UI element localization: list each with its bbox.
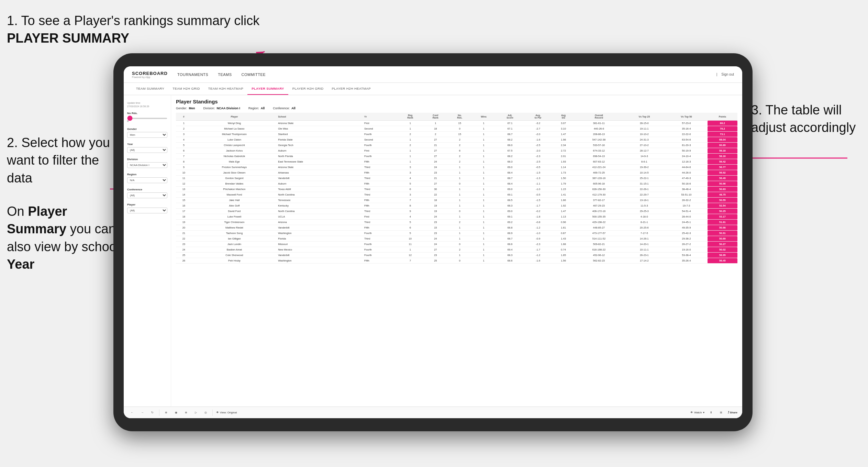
download-btn[interactable]: ⬇	[708, 410, 714, 415]
table-cell: 605-96-18	[575, 181, 623, 187]
nav-item-committee[interactable]: COMMITTEE	[242, 71, 266, 78]
table-row[interactable]: 17David FordNorth CarolinaThird9190169.0…	[176, 209, 737, 214]
subnav-player-h2h-heatmap[interactable]: PLAYER H2H HEATMAP	[328, 83, 375, 95]
nav-item-teams[interactable]: TEAMS	[218, 71, 232, 78]
nav-item-tournaments[interactable]: TOURNAMENTS	[177, 71, 208, 78]
subnav-team-summary[interactable]: TEAM SUMMARY	[132, 83, 168, 95]
undo-btn[interactable]: ←	[129, 410, 135, 415]
year-select[interactable]: (All) First Second Third Fourth Fifth	[127, 147, 167, 153]
table-row[interactable]: 24Bastien AmatNew MexicoFourth1272169.4-…	[176, 247, 737, 253]
table-cell: 1	[471, 253, 496, 258]
grid-btn[interactable]: ⊞	[718, 410, 724, 415]
table-cell: 1	[448, 187, 471, 192]
table-row[interactable]: 25Cole SherwoodVanderbiltFourth12231168.…	[176, 253, 737, 258]
table-cell: 14-26-1	[623, 236, 666, 242]
table-cell: 63-54-6	[665, 137, 708, 143]
refresh-btn[interactable]: ↻	[149, 410, 156, 415]
table-cell: 1.50	[552, 176, 575, 181]
table-cell: Second	[363, 137, 398, 143]
region-select[interactable]: N/A All	[127, 177, 167, 183]
table-row[interactable]: 21Taehoon SongWashingtonFourth5231168.9-…	[176, 231, 737, 236]
sign-out-link[interactable]: Sign out	[721, 73, 734, 76]
table-cell: 68.4	[496, 181, 524, 187]
table-cell: 1	[398, 148, 423, 154]
table-cell: 381-61-11	[575, 121, 623, 126]
filter-gender: Gender: Men	[176, 107, 195, 110]
table-row[interactable]: 8Mats EgeEast Tennessee StateFifth124216…	[176, 159, 737, 165]
table-row[interactable]: 14Maxwell FordNorth CarolinaThird3221169…	[176, 192, 737, 198]
table-row[interactable]: 13Phichaksn MaichonTexas A&MThird6301169…	[176, 187, 737, 192]
table-row[interactable]: 18Luke PowellUCLAFirst4241169.1-1.81.135…	[176, 214, 737, 220]
annotation-bottom: On Player Summary you can also view by s…	[7, 203, 124, 273]
table-row[interactable]: 23Jack LundinMissouriFourth11240168.6-2.…	[176, 242, 737, 247]
table-cell: 473-177-57	[575, 231, 623, 236]
table-row[interactable]: 6Jackson KoivuAuburnFirst1276167.5-2.02.…	[176, 148, 737, 154]
subnav-player-summary[interactable]: PLAYER SUMMARY	[247, 83, 288, 95]
table-cell: North Florida	[277, 154, 363, 159]
table-cell: 18	[423, 126, 448, 132]
player-select[interactable]: (All)	[127, 208, 167, 213]
watch-btn[interactable]: 👁 Watch ▾	[690, 411, 704, 414]
table-cell: 1.65	[552, 253, 575, 258]
table-row[interactable]: 11Gordon SargentVanderbiltThird4211168.7…	[176, 176, 737, 181]
target-btn[interactable]: ◎	[202, 410, 209, 415]
table-cell: 1	[471, 148, 496, 154]
table-cell: Vanderbilt	[277, 225, 363, 231]
table-cell: Christo Lamprecht	[192, 143, 277, 148]
table-row[interactable]: 10Jacob Skov OlesenArkansasFifth3231168.…	[176, 170, 737, 176]
record-btn[interactable]: ◉	[173, 410, 179, 415]
table-row[interactable]: 19Tiger ChristensenArizonaThird5232169.2…	[176, 220, 737, 225]
table-cell: 22-26-1	[623, 187, 666, 192]
table-cell: 68.8	[496, 225, 524, 231]
redo-btn[interactable]: →	[139, 410, 146, 415]
table-row[interactable]: 4Luke ClatonFlorida StateSecond1272168.2…	[176, 137, 737, 143]
table-cell: 412-179-30	[575, 192, 623, 198]
table-row[interactable]: 20Matthew RiedelVanderbiltFifth6151168.8…	[176, 225, 737, 231]
table-cell: 10	[176, 170, 192, 176]
rounds-slider[interactable]	[127, 118, 167, 119]
table-row[interactable]: 22Ian GilliganFloridaThird10241168.7-0.9…	[176, 236, 737, 242]
table-cell: 25-22-1	[623, 176, 666, 181]
table-cell: 69.2	[496, 220, 524, 225]
table-row[interactable]: 26Petr HrubyWashingtonFifth7250168.6-1.6…	[176, 258, 737, 264]
table-cell: 50.91	[708, 231, 737, 236]
table-cell: 6	[398, 187, 423, 192]
table-cell: 628-150-30	[575, 187, 623, 192]
table-cell: 22-22-0	[665, 132, 708, 137]
subnav-player-h2h-grid[interactable]: PLAYER H2H GRID	[288, 83, 328, 95]
table-row[interactable]: 16Alex GoffKentuckyFifth8191168.3-1.71.9…	[176, 203, 737, 209]
play-btn[interactable]: ▷	[193, 410, 199, 415]
table-cell: Taehoon Song	[192, 231, 277, 236]
table-cell: 56.77	[708, 165, 737, 170]
table-cell: 2	[423, 132, 448, 137]
conference-select[interactable]: (All)	[127, 192, 167, 198]
table-row[interactable]: 7Nicholas GabrelcikNorth FloridaFourth12…	[176, 154, 737, 159]
table-cell: 67.5	[496, 148, 524, 154]
table-cell: 19	[423, 209, 448, 214]
table-row[interactable]: 9Preston SummerhaysArizona StateThird324…	[176, 165, 737, 170]
col-reg-rank: RegRank	[398, 113, 423, 121]
table-cell: 12	[398, 253, 423, 258]
table-row[interactable]: 3Michael ThorbjornsenStanfordFourth22151…	[176, 132, 737, 137]
table-row[interactable]: 2Michael La SassoOle MissSecond1180167.1…	[176, 126, 737, 132]
gender-select[interactable]: Men Women	[127, 132, 167, 138]
table-row[interactable]: 1Wenyi DingArizona StateFirst1115167.1-3…	[176, 121, 737, 126]
table-cell: 1	[448, 192, 471, 198]
subnav-team-h2h-heatmap[interactable]: TEAM H2H HEATMAP	[204, 83, 247, 95]
subnav-team-h2h-grid[interactable]: TEAM H2H GRID	[168, 83, 204, 95]
table-cell: 31-15-1	[623, 181, 666, 187]
share-btn[interactable]: ⤴ Share	[728, 411, 737, 414]
table-cell: 1	[448, 236, 471, 242]
overlay-btn[interactable]: ⊕	[183, 410, 189, 415]
table-cell: 48.75	[708, 192, 737, 198]
table-cell: 21	[423, 143, 448, 148]
table-row[interactable]: 5Christo LamprechtGeorgia TechFourth2212…	[176, 143, 737, 148]
add-btn[interactable]: ⊕	[163, 410, 169, 415]
division-select[interactable]: NCAA Division I	[127, 162, 167, 168]
separator-1	[159, 410, 159, 416]
table-cell: 52.54	[708, 203, 737, 209]
table-cell: 1	[471, 176, 496, 181]
table-title: Player Standings	[176, 99, 737, 104]
table-row[interactable]: 15Jake HallTennesseeFifth7181168.5-1.51.…	[176, 198, 737, 203]
table-row[interactable]: 12Brendan ValdesAuburnFifth5270168.4-1.1…	[176, 181, 737, 187]
